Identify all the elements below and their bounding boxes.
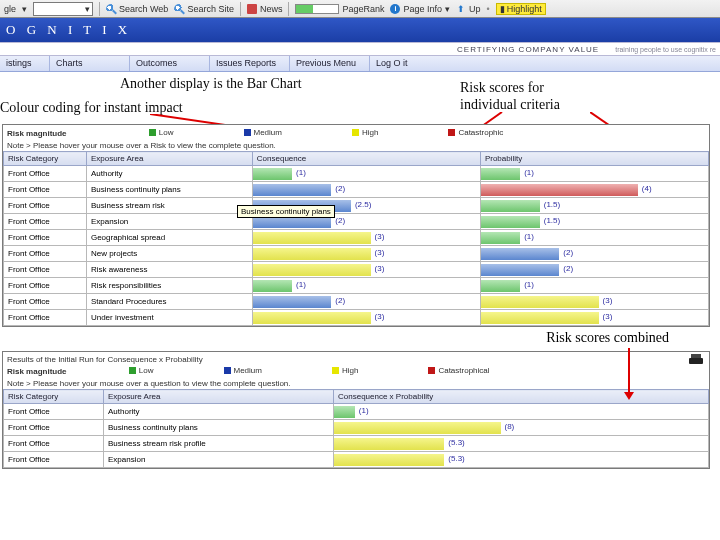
risk-bar-value: (2) <box>335 296 345 305</box>
risk-bar-value: (5.3) <box>448 454 464 463</box>
toolbar-search-select[interactable]: ▾ <box>33 2 93 16</box>
pageinfo-label: Page Info <box>403 4 442 14</box>
search-site-button[interactable]: Search Site <box>174 4 234 14</box>
news-button[interactable]: News <box>247 4 283 14</box>
risk-bar <box>481 168 520 180</box>
risk-bar-value: (3) <box>375 312 385 321</box>
table-row[interactable]: Front OfficeAuthority(1) <box>4 404 709 420</box>
tab-outcomes[interactable]: Outcomes <box>130 56 210 71</box>
annotation-colour: Colour coding for instant impact <box>0 100 183 117</box>
table-row[interactable]: Front OfficeExpansion(5.3) <box>4 452 709 468</box>
table-row[interactable]: Front OfficeBusiness stream risk profile… <box>4 436 709 452</box>
legend-high: High <box>332 366 358 375</box>
search-web-button[interactable]: Search Web <box>106 4 168 14</box>
news-icon <box>247 4 257 14</box>
risk-bar <box>253 184 331 196</box>
cell-bar: (2) <box>252 294 480 310</box>
annotation-combined: Risk scores combined <box>546 330 669 347</box>
cell-exposure-area: Under investment <box>86 310 252 326</box>
cell-risk-category: Front Office <box>4 404 104 420</box>
cell-risk-category: Front Office <box>4 278 87 294</box>
risk-bar-value: (1) <box>524 280 534 289</box>
cell-bar: (3) <box>252 230 480 246</box>
risk-bar-value: (3) <box>603 296 613 305</box>
cell-bar: (8) <box>334 420 709 436</box>
risk-bar <box>334 422 501 434</box>
table-row[interactable]: Front OfficeGeographical spread(3)(1) <box>4 230 709 246</box>
chevron-down-icon[interactable]: ▾ <box>22 4 27 14</box>
col-exposure-area[interactable]: Exposure Area <box>104 390 334 404</box>
legend-swatch-cat-icon <box>448 129 455 136</box>
cell-bar: (2) <box>480 246 708 262</box>
table-row[interactable]: Front OfficeBusiness continuity plans(8) <box>4 420 709 436</box>
risk-bar <box>481 200 540 212</box>
pagerank-label: PageRank <box>342 4 384 14</box>
cell-exposure-area: Risk awareness <box>86 262 252 278</box>
col-probability[interactable]: Probability <box>480 152 708 166</box>
risk-chart-combined: Risk scores combined Results of the Init… <box>2 351 710 469</box>
table-row[interactable]: Front OfficeAuthority(1)(1) <box>4 166 709 182</box>
risk-bar-value: (1) <box>359 406 369 415</box>
risk-bar-value: (4) <box>642 184 652 193</box>
cell-bar: (1.5) <box>480 198 708 214</box>
legend-medium: Medium <box>224 366 262 375</box>
risk-bar <box>481 280 520 292</box>
brand-certifying: CERTIFYING COMPANY VALUE <box>457 45 599 54</box>
slide-body: Another display is the Bar Chart Colour … <box>0 72 720 475</box>
risk-chart-individual: Risk magnitude Low Medium High Catastrop… <box>2 124 710 327</box>
brand-training: training people to use cognitix re <box>615 46 716 53</box>
risk-bar <box>253 168 292 180</box>
brand-bar: O G N I T I X <box>0 18 720 42</box>
risk-bar <box>481 232 520 244</box>
legend-swatch-medium-icon <box>224 367 231 374</box>
risk-bar-value: (3) <box>375 264 385 273</box>
table-row[interactable]: Front OfficeRisk awareness(3)(2) <box>4 262 709 278</box>
tab-issues-reports[interactable]: Issues Reports <box>210 56 290 71</box>
pageinfo-button[interactable]: iPage Info ▾ <box>390 4 450 14</box>
col-risk-category[interactable]: Risk Category <box>4 390 104 404</box>
risk-bar-value: (8) <box>505 422 515 431</box>
info-icon: i <box>390 4 400 14</box>
col-consequence[interactable]: Consequence <box>252 152 480 166</box>
cell-exposure-area: Business stream risk <box>86 198 252 214</box>
tab-logout[interactable]: Log O it <box>370 56 430 71</box>
legend-high: High <box>352 128 378 137</box>
table-row[interactable]: Front OfficeUnder investment(3)(3) <box>4 310 709 326</box>
legend-catastrophic: Catastrophic <box>448 128 503 137</box>
risk-bar-value: (3) <box>603 312 613 321</box>
risk-bar <box>253 232 371 244</box>
table-row[interactable]: Front OfficeStandard Procedures(2)(3) <box>4 294 709 310</box>
cell-risk-category: Front Office <box>4 294 87 310</box>
cell-bar: (1) <box>252 278 480 294</box>
pagerank-button[interactable]: PageRank <box>295 4 384 14</box>
cell-bar: (3) <box>480 310 708 326</box>
up-button[interactable]: ⬆Up <box>456 4 481 14</box>
risk-bar-value: (2) <box>335 184 345 193</box>
tab-listings[interactable]: istings <box>0 56 50 71</box>
risk-bar <box>481 312 599 324</box>
legend-swatch-cat-icon <box>428 367 435 374</box>
table-row[interactable]: Front OfficeNew projects(3)(2) <box>4 246 709 262</box>
risk-table-combined: Risk Category Exposure Area Consequence … <box>3 389 709 468</box>
cell-exposure-area: New projects <box>86 246 252 262</box>
highlight-button[interactable]: ▮Highlight <box>496 3 546 15</box>
risk-bar-value: (1) <box>524 232 534 241</box>
table-row[interactable]: Front OfficeBusiness stream risk(2.5)(1.… <box>4 198 709 214</box>
tab-previous-menu[interactable]: Previous Menu <box>290 56 370 71</box>
annotation-individual: Risk scores for individual criteria <box>460 80 560 114</box>
legend-swatch-low-icon <box>149 129 156 136</box>
col-exposure-area[interactable]: Exposure Area <box>86 152 252 166</box>
col-risk-category[interactable]: Risk Category <box>4 152 87 166</box>
legend-swatch-low-icon <box>129 367 136 374</box>
printer-icon[interactable] <box>689 354 703 366</box>
tab-charts[interactable]: Charts <box>50 56 130 71</box>
cell-exposure-area: Expansion <box>86 214 252 230</box>
cell-bar: (1) <box>480 278 708 294</box>
table-row[interactable]: Front OfficeRisk responsibilities(1)(1) <box>4 278 709 294</box>
table-row[interactable]: Front OfficeExpansion(2)(1.5) <box>4 214 709 230</box>
table-row[interactable]: Front OfficeBusiness continuity plans(2)… <box>4 182 709 198</box>
cell-bar: (5.3) <box>334 436 709 452</box>
col-cxp[interactable]: Consequence x Probability <box>334 390 709 404</box>
browser-toolbar: gle ▾ ▾ Search Web Search Site News Page… <box>0 0 720 18</box>
risk-bar-value: (2) <box>563 248 573 257</box>
